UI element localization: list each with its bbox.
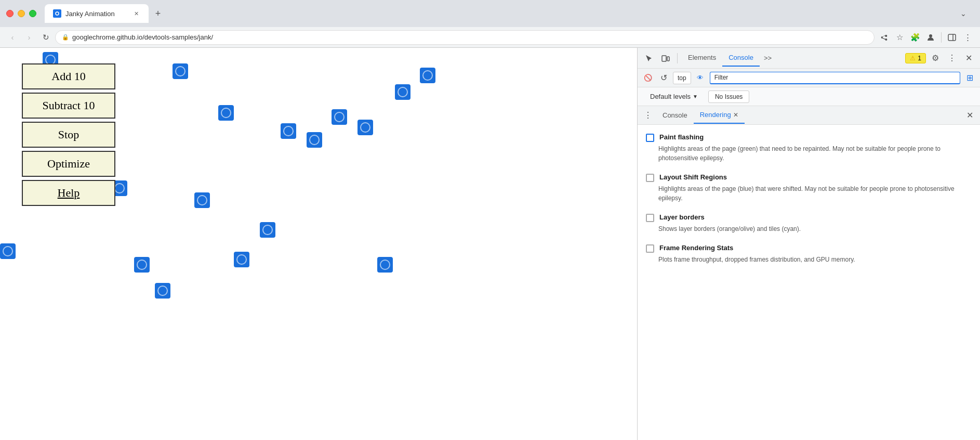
animated-dot [260, 222, 275, 238]
animated-dot [173, 63, 188, 79]
svg-point-2 [929, 34, 932, 37]
warning-badge[interactable]: ⚠ 1 [905, 53, 926, 63]
paint-flashing-header: Paint flashing [646, 133, 972, 142]
maximize-traffic-light[interactable] [29, 10, 36, 17]
layout-shift-header: Layout Shift Regions [646, 173, 972, 182]
create-live-expression-icon[interactable]: 👁 [694, 72, 707, 84]
clear-console-icon[interactable]: 🚫 [642, 72, 654, 84]
context-selector[interactable]: top [673, 72, 691, 84]
elements-tab[interactable]: Elements [682, 50, 722, 67]
side-panel-button[interactable] [945, 30, 959, 45]
rendering-tab-close[interactable]: ✕ [733, 111, 738, 119]
console-filter-input[interactable]: Filter [710, 72, 960, 84]
sidebar-toggle-icon[interactable]: ⊞ [963, 72, 976, 84]
stop-button[interactable]: Stop [22, 122, 115, 148]
devtools-main-tabs: Elements Console >> [682, 50, 903, 67]
more-tabs-button[interactable]: >> [760, 54, 776, 62]
layout-shift-checkbox[interactable] [646, 174, 654, 182]
toolbar-separator [677, 53, 678, 63]
url-text: googlechrome.github.io/devtools-samples/… [72, 33, 868, 41]
devtools-drawer-tabs: ⋮ Console Rendering ✕ ✕ [638, 106, 980, 125]
lock-icon: 🔒 [62, 34, 69, 41]
extension-button[interactable]: 🧩 [908, 30, 922, 45]
animated-dot [377, 257, 393, 273]
drawer-rendering-tab[interactable]: Rendering ✕ [694, 107, 745, 124]
animated-dot [332, 109, 347, 125]
page-content: Add 10 Subtract 10 Stop Optimize Help [0, 48, 637, 440]
preserve-log-icon[interactable]: ↺ [657, 72, 670, 84]
level-label: Default levels [650, 93, 691, 100]
animated-dot [134, 257, 150, 273]
forward-button[interactable]: › [22, 30, 36, 45]
layout-shift-option: Layout Shift Regions Highlights areas of… [646, 173, 972, 203]
share-button[interactable] [877, 30, 891, 45]
dropdown-arrow-icon: ▼ [693, 94, 698, 99]
svg-rect-5 [662, 56, 666, 61]
no-issues-button[interactable]: No Issues [708, 90, 749, 103]
layer-borders-checkbox[interactable] [646, 214, 654, 222]
layer-borders-desc: Shows layer borders (orange/olive) and t… [646, 224, 972, 234]
animated-dot [234, 252, 249, 267]
content-area: Add 10 Subtract 10 Stop Optimize Help El… [0, 48, 980, 440]
drawer-console-tab[interactable]: Console [656, 107, 694, 124]
profile-button[interactable] [923, 30, 938, 45]
devtools-secondary-bar: 🚫 ↺ top 👁 Filter ⊞ [638, 69, 980, 87]
nav-bar: ‹ › ↻ 🔒 googlechrome.github.io/devtools-… [0, 27, 980, 48]
devtools-close-button[interactable]: ✕ [961, 51, 976, 66]
browser-frame: Janky Animation ✕ + ⌄ ‹ › ↻ 🔒 googlechro… [0, 0, 980, 440]
layer-borders-option: Layer borders Shows layer borders (orang… [646, 213, 972, 234]
devtools-toolbar: Elements Console >> ⚠ 1 ⚙ ⋮ ✕ [638, 48, 980, 69]
animated-dot [357, 120, 373, 135]
frame-rendering-stats-header: Frame Rendering Stats [646, 244, 972, 253]
svg-rect-0 [54, 10, 60, 17]
nav-actions: ☆ 🧩 ⋮ [877, 30, 975, 45]
warning-icon: ⚠ [910, 55, 916, 62]
inspect-element-button[interactable] [642, 51, 656, 66]
address-bar[interactable]: 🔒 googlechrome.github.io/devtools-sample… [55, 30, 875, 45]
minimize-traffic-light[interactable] [18, 10, 25, 17]
layer-borders-header: Layer borders [646, 213, 972, 222]
default-levels-dropdown[interactable]: Default levels ▼ [646, 90, 702, 102]
tab-favicon [53, 9, 61, 18]
drawer-more-button[interactable]: ⋮ [642, 109, 654, 122]
console-tab[interactable]: Console [722, 50, 760, 67]
subtract-10-button[interactable]: Subtract 10 [22, 93, 115, 119]
tab-title: Janky Animation [65, 10, 128, 18]
animated-dot [194, 192, 210, 208]
svg-rect-3 [948, 34, 956, 41]
browser-tab-active[interactable]: Janky Animation ✕ [45, 4, 149, 23]
drawer-close-button[interactable]: ✕ [963, 109, 976, 122]
devtools-level-bar: Default levels ▼ No Issues [638, 87, 980, 106]
animated-dot [218, 105, 234, 121]
animated-dot [155, 283, 170, 299]
refresh-button[interactable]: ↻ [38, 30, 53, 45]
back-button[interactable]: ‹ [5, 30, 20, 45]
close-traffic-light[interactable] [6, 10, 14, 17]
layout-shift-desc: Highlights areas of the page (blue) that… [646, 184, 972, 203]
paint-flashing-option: Paint flashing Highlights areas of the p… [646, 133, 972, 163]
frame-rendering-stats-option: Frame Rendering Stats Plots frame throug… [646, 244, 972, 264]
layout-shift-title: Layout Shift Regions [659, 173, 727, 181]
animated-dot [395, 84, 410, 100]
devtools-more-button[interactable]: ⋮ [945, 51, 959, 66]
device-toolbar-button[interactable] [658, 51, 673, 66]
help-button[interactable]: Help [22, 180, 115, 206]
optimize-button[interactable]: Optimize [22, 151, 115, 177]
tab-close-button[interactable]: ✕ [132, 9, 140, 18]
paint-flashing-checkbox[interactable] [646, 134, 654, 142]
new-tab-button[interactable]: + [151, 6, 165, 21]
frame-rendering-stats-desc: Plots frame throughput, dropped frames d… [646, 255, 972, 264]
frame-rendering-stats-checkbox[interactable] [646, 244, 654, 253]
rendering-options-panel: Paint flashing Highlights areas of the p… [638, 125, 980, 440]
browser-menu-button[interactable]: ⌄ [953, 9, 974, 18]
add-10-button[interactable]: Add 10 [22, 63, 115, 89]
divider [941, 32, 942, 43]
bookmark-button[interactable]: ☆ [892, 30, 907, 45]
traffic-lights [6, 10, 36, 17]
browser-settings-button[interactable]: ⋮ [960, 30, 975, 45]
devtools-settings-button[interactable]: ⚙ [928, 51, 943, 66]
layer-borders-title: Layer borders [659, 213, 705, 221]
animated-dot [420, 68, 435, 83]
page-buttons: Add 10 Subtract 10 Stop Optimize Help [22, 63, 115, 206]
animated-dot [307, 132, 322, 148]
